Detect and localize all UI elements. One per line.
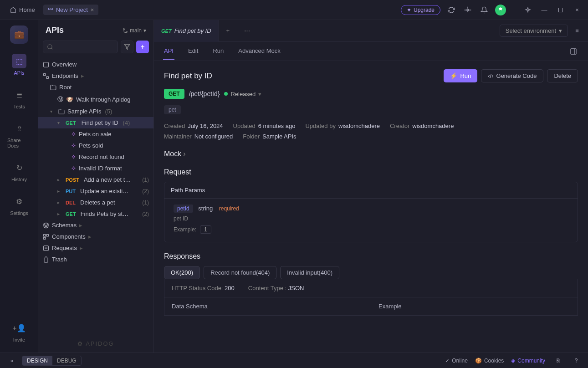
tree-sample-apis[interactable]: ▾ Sample APIs (5) [38, 106, 153, 117]
mock-icon: ✧ [71, 142, 76, 149]
endpoint-label: Deletes a pet [80, 199, 115, 206]
nav-tests[interactable]: ≣ Tests [5, 86, 33, 111]
nav-settings-label: Settings [10, 210, 28, 216]
tree-find-pet[interactable]: ▾ GET Find pet by ID (4) [38, 117, 153, 128]
environment-selector[interactable]: Select environment ▾ [500, 25, 568, 37]
minimize-icon[interactable]: — [539, 5, 550, 15]
tree-endpoint-item[interactable]: ▸GETFinds Pets by st…(2) [38, 208, 153, 220]
community-button[interactable]: ◈Community [511, 358, 545, 364]
nav-history[interactable]: ↻ History [5, 158, 33, 184]
tree-requests[interactable]: Requests▸ [38, 242, 153, 254]
requests-label: Requests [52, 245, 77, 251]
svg-rect-1 [51, 8, 53, 10]
tree-mock-item[interactable]: ✧Pets on sale [38, 128, 153, 140]
bell-icon[interactable] [479, 5, 490, 15]
tree-components[interactable]: Components▸ [38, 231, 153, 242]
upgrade-button[interactable]: ✦ Upgrade [401, 5, 440, 15]
root-label: Root [59, 84, 72, 91]
method-badge: GET [164, 89, 184, 99]
tree-endpoint-item[interactable]: ▸DELDeletes a pet(1) [38, 197, 153, 208]
method-get: GET [66, 211, 76, 217]
endpoint-label: Add a new pet t… [84, 176, 131, 183]
add-button[interactable]: + [136, 41, 149, 53]
nav-invite[interactable]: +👤 Invite [5, 319, 33, 344]
nav-share[interactable]: ⇪ Share Docs [5, 119, 33, 150]
history-icon: ↻ [12, 160, 26, 175]
window-close-icon[interactable]: × [572, 5, 583, 15]
svg-rect-3 [559, 8, 563, 12]
tree-trash[interactable]: Trash [38, 254, 153, 265]
main-tab[interactable]: GET Find pet by ID [154, 20, 219, 42]
tree-mock-item[interactable]: ✧Invalid ID format [38, 163, 153, 174]
maximize-icon[interactable] [555, 5, 566, 15]
code-icon: ‹/› [488, 72, 493, 79]
meta-updatedby: Updated bywisdomchadere [305, 123, 380, 129]
svg-point-4 [123, 28, 124, 30]
subtab-edit[interactable]: Edit [187, 43, 199, 60]
response-tab-404[interactable]: Record not found(404) [204, 266, 276, 279]
tree-walkthrough[interactable]: Ⓜ 🐶 Walk through Apidog [38, 93, 153, 106]
doc-icon: Ⓜ [57, 95, 63, 103]
layout-icon[interactable]: ≡ [572, 26, 583, 36]
mode-debug[interactable]: DEBUG [52, 356, 81, 365]
collapse-icon[interactable]: « [6, 355, 17, 366]
home-button[interactable]: Home [5, 5, 40, 15]
subtab-advanced-mock[interactable]: Advanced Mock [237, 43, 281, 60]
generate-code-button[interactable]: ‹/›Generate Code [481, 69, 543, 82]
delete-button[interactable]: Delete [547, 69, 578, 82]
tree-schemas[interactable]: Schemas▸ [38, 220, 153, 231]
close-icon[interactable]: × [91, 6, 94, 13]
tree-overview[interactable]: Overview [38, 59, 153, 70]
gear-icon[interactable] [462, 5, 473, 15]
chevron-down-icon: ▾ [57, 120, 63, 125]
endpoint-label: Finds Pets by st… [81, 210, 128, 217]
tree-root[interactable]: Root [38, 82, 153, 93]
nav-settings[interactable]: ⚙ Settings [5, 192, 33, 218]
pin-icon[interactable] [522, 5, 533, 15]
endpoint-count: (1) [142, 177, 149, 183]
cookies-button[interactable]: 🍪Cookies [475, 358, 504, 364]
request-heading: Request [164, 168, 578, 176]
tree-endpoint-item[interactable]: ▸PUTUpdate an existi…(2) [38, 185, 153, 197]
more-icon[interactable]: ⋯ [237, 27, 257, 34]
page-title: Find pet by ID [164, 72, 212, 81]
tree-mock-item[interactable]: ✧Pets sold [38, 140, 153, 151]
svg-rect-0 [48, 8, 50, 10]
subtab-run[interactable]: Run [212, 43, 225, 60]
panel-icon[interactable] [568, 46, 579, 57]
add-tab-button[interactable]: + [219, 27, 237, 34]
nav-apis[interactable]: ⬚ APIs [5, 52, 33, 77]
tree-endpoint-item[interactable]: ▸POSTAdd a new pet t…(1) [38, 174, 153, 185]
mock-label: Pets on sale [79, 131, 112, 138]
response-tab-400[interactable]: Invalid input(400) [280, 266, 339, 279]
refresh-icon[interactable] [446, 5, 457, 15]
run-button[interactable]: ⚡Run [444, 69, 477, 82]
branch-selector[interactable]: main ▾ [123, 27, 146, 34]
dog-icon: 🐶 [66, 96, 73, 103]
help-icon[interactable]: ? [571, 355, 582, 366]
gift-icon[interactable]: ⎘ [552, 355, 563, 366]
online-indicator[interactable]: ✓Online [445, 358, 468, 364]
project-tab-label: New Project [56, 6, 88, 13]
play-icon: ⚡ [450, 72, 457, 79]
chevron-right-icon: ▸ [57, 189, 63, 194]
chevron-right-icon: ▸ [57, 200, 63, 205]
walkthrough-label: Walk through Apidog [76, 96, 130, 103]
tag-chip[interactable]: pet [164, 105, 181, 114]
tree-endpoints[interactable]: Endpoints ▸ [38, 70, 153, 82]
avatar[interactable] [495, 5, 506, 15]
mode-design[interactable]: DESIGN [22, 356, 52, 365]
nav-invite-label: Invite [13, 337, 25, 342]
brand-icon: ✿ [77, 340, 86, 347]
search-input[interactable] [43, 41, 118, 53]
status-selector[interactable]: Released▾ [224, 91, 261, 97]
response-tab-200[interactable]: OK(200) [164, 266, 200, 279]
filter-button[interactable] [121, 41, 133, 53]
subtab-api[interactable]: API [163, 43, 174, 60]
tree-mock-item[interactable]: ✧Record not found [38, 151, 153, 163]
delete-label: Delete [554, 72, 571, 79]
brand-footer: ✿ APIDOG [38, 335, 153, 353]
mock-section[interactable]: Mock› [164, 150, 578, 158]
project-tab[interactable]: New Project × [43, 5, 99, 15]
share-icon: ⇪ [12, 121, 26, 136]
